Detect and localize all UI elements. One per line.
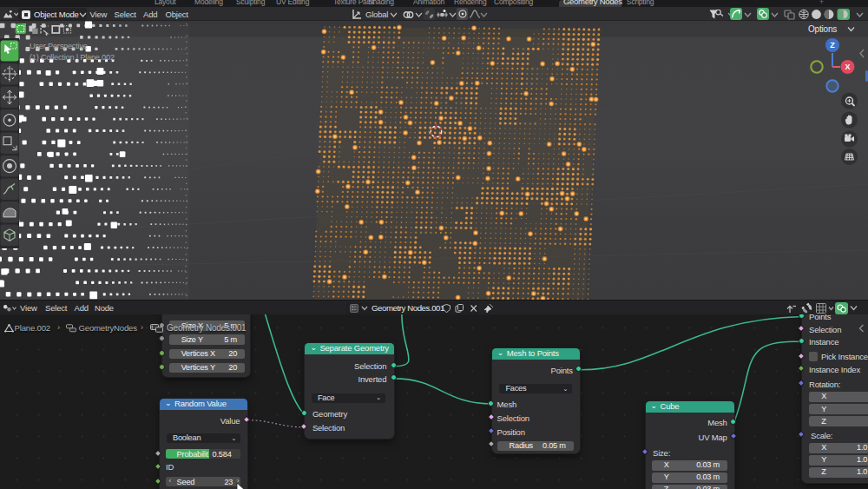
svg-text:User Perspective: User Perspective [30,42,88,50]
svg-text:(1) Collection | Plane.002: (1) Collection | Plane.002 [30,53,115,62]
svg-text:Z: Z [830,41,835,50]
svg-text:X: X [845,63,850,71]
svg-text:Options: Options [808,24,837,34]
